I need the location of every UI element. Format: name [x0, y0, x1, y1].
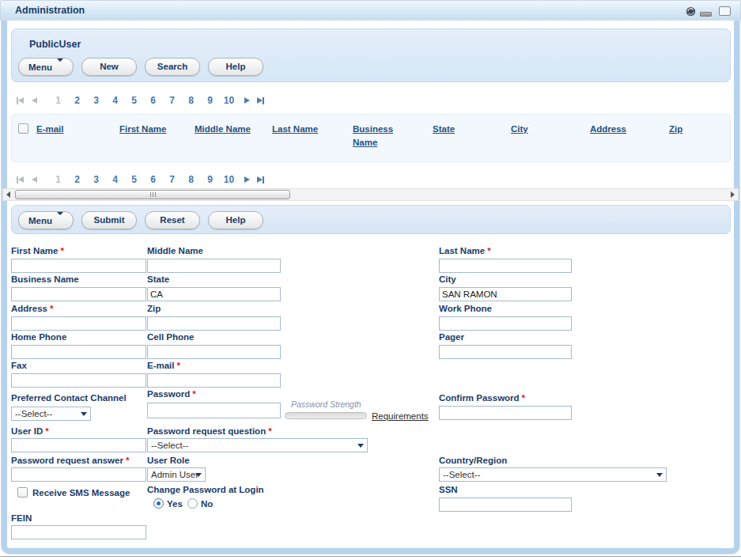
- new-button[interactable]: New: [81, 58, 137, 76]
- address-input[interactable]: [11, 316, 146, 331]
- page-link[interactable]: 5: [128, 95, 140, 106]
- user-role-select[interactable]: Admin User: [147, 467, 206, 482]
- page-link[interactable]: 2: [71, 95, 83, 106]
- next-page-icon[interactable]: [244, 176, 250, 183]
- page-link[interactable]: 2: [71, 174, 83, 185]
- horizontal-scrollbar[interactable]: [2, 188, 739, 201]
- chevron-down-icon: [656, 473, 663, 477]
- page-links: 12345678910: [52, 174, 242, 185]
- page-link[interactable]: 3: [90, 95, 102, 106]
- sync-icon[interactable]: [686, 1, 696, 21]
- city-input[interactable]: [439, 287, 572, 301]
- receive-sms-checkbox[interactable]: [17, 487, 28, 498]
- password-input[interactable]: [147, 403, 281, 418]
- change-password-yes-radio[interactable]: [153, 498, 164, 509]
- cell-phone-label: Cell Phone: [147, 332, 194, 342]
- previous-page-icon[interactable]: [32, 97, 37, 104]
- preferred-contact-channel-select[interactable]: --Select--: [11, 407, 91, 421]
- cell-phone-input[interactable]: [147, 345, 281, 359]
- zip-input[interactable]: [147, 316, 281, 331]
- home-phone-input[interactable]: [11, 345, 146, 359]
- change-password-no-label: No: [201, 499, 213, 509]
- minimize-icon[interactable]: [700, 1, 712, 21]
- last-name-input[interactable]: [439, 259, 572, 273]
- last-page-icon[interactable]: [257, 176, 264, 184]
- middle-name-input[interactable]: [147, 259, 281, 273]
- column-header-zip[interactable]: Zip: [669, 123, 682, 136]
- first-name-label: First Name*: [11, 246, 64, 255]
- page-link[interactable]: 7: [166, 95, 178, 106]
- page-link[interactable]: 10: [223, 174, 235, 185]
- fein-input[interactable]: [11, 525, 146, 539]
- page-link[interactable]: 3: [90, 174, 102, 185]
- page-link[interactable]: 1: [52, 174, 64, 185]
- search-button[interactable]: Search: [145, 58, 200, 76]
- help-button[interactable]: Help: [208, 58, 263, 76]
- page-link[interactable]: 10: [223, 95, 235, 106]
- column-header-first-name[interactable]: First Name: [119, 123, 166, 136]
- column-header-address[interactable]: Address: [590, 123, 626, 136]
- column-header-business-name[interactable]: Business Name: [353, 123, 402, 149]
- password-request-answer-input[interactable]: [11, 467, 146, 482]
- page-link[interactable]: 6: [147, 95, 159, 106]
- column-header-state[interactable]: State: [433, 123, 455, 136]
- first-page-icon[interactable]: [17, 176, 24, 184]
- first-name-input[interactable]: [11, 259, 146, 273]
- page-link[interactable]: 7: [166, 174, 178, 185]
- country-region-select[interactable]: --Select--: [439, 467, 667, 482]
- requirements-link[interactable]: Requirements: [372, 411, 429, 421]
- next-page-icon[interactable]: [244, 97, 250, 104]
- page-link[interactable]: 6: [147, 174, 159, 185]
- email-label: E-mail*: [147, 361, 180, 370]
- scroll-left-icon[interactable]: [6, 191, 10, 198]
- email-input[interactable]: [147, 373, 281, 388]
- user-id-input[interactable]: [11, 438, 146, 452]
- business-name-input[interactable]: [11, 287, 146, 301]
- password-request-question-select[interactable]: --Select--: [147, 438, 368, 452]
- page-bottom-rule: [0, 556, 741, 557]
- receive-sms-label: Receive SMS Message: [32, 488, 130, 498]
- page-link[interactable]: 1: [52, 95, 64, 106]
- page-link[interactable]: 9: [204, 95, 216, 106]
- last-name-label: Last Name*: [439, 246, 491, 255]
- pager-input[interactable]: [439, 345, 572, 359]
- column-header-city[interactable]: City: [511, 123, 528, 136]
- previous-page-icon[interactable]: [32, 176, 37, 183]
- scroll-right-icon[interactable]: [731, 191, 735, 198]
- state-label: State: [147, 274, 169, 284]
- column-header-email[interactable]: E-mail: [36, 123, 64, 136]
- menu-button[interactable]: Menu: [18, 58, 74, 76]
- submit-button[interactable]: Submit: [81, 211, 137, 229]
- confirm-password-input[interactable]: [439, 406, 572, 420]
- select-all-checkbox[interactable]: [18, 123, 28, 134]
- first-page-icon[interactable]: [17, 97, 24, 104]
- last-page-icon[interactable]: [257, 97, 264, 104]
- change-password-no-radio[interactable]: [187, 498, 198, 509]
- page-link[interactable]: 4: [109, 174, 121, 185]
- scrollbar-thumb[interactable]: [15, 190, 290, 199]
- state-input[interactable]: [147, 287, 281, 301]
- password-strength-meter: [285, 412, 367, 419]
- user-role-label: User Role: [147, 456, 190, 465]
- ssn-input[interactable]: [439, 498, 572, 512]
- menu-button[interactable]: Menu: [18, 211, 74, 229]
- page-link[interactable]: 5: [128, 174, 140, 185]
- menu-dropdown-icon: [57, 212, 63, 229]
- maximize-icon[interactable]: [719, 1, 731, 21]
- preferred-contact-channel-label: Preferred Contact Channel: [11, 393, 127, 403]
- help-button[interactable]: Help: [208, 211, 263, 229]
- fax-input[interactable]: [11, 373, 146, 388]
- work-phone-input[interactable]: [439, 316, 572, 331]
- column-header-last-name[interactable]: Last Name: [272, 123, 318, 136]
- page-link[interactable]: 4: [109, 95, 121, 106]
- city-label: City: [439, 274, 456, 284]
- title-bar: Administration: [0, 0, 741, 21]
- page-link[interactable]: 9: [204, 174, 216, 185]
- page-link[interactable]: 8: [185, 95, 197, 106]
- page-link[interactable]: 8: [185, 174, 197, 185]
- window-title: Administration: [15, 5, 85, 16]
- reset-button[interactable]: Reset: [145, 211, 200, 229]
- confirm-password-label: Confirm Password*: [439, 393, 525, 403]
- column-header-middle-name[interactable]: Middle Name: [195, 123, 251, 136]
- section-title: PublicUser: [29, 39, 81, 50]
